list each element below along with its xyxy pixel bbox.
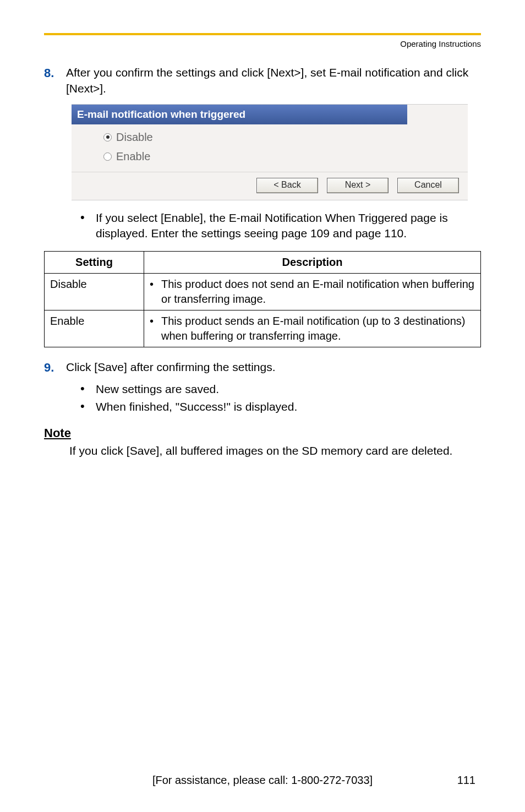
radio-unchecked-icon: [103, 152, 112, 161]
table-row: Disable • This product does not send an …: [45, 274, 481, 310]
radio-checked-icon: [103, 133, 112, 141]
footer-assist: [For assistance, please call: 1-800-272-…: [152, 774, 373, 786]
table-cell-description: • This product does not send an E-mail n…: [144, 274, 481, 310]
step-8-note-item: If you select [Enable], the E-mail Notif…: [77, 210, 481, 242]
step-9-number: 9.: [44, 359, 66, 376]
settings-table: Setting Description Disable • This produ…: [44, 251, 481, 347]
next-button[interactable]: Next >: [327, 178, 389, 193]
table-row: Enable • This product sends an E-mail no…: [45, 310, 481, 347]
step-8-text: After you confirm the settings and click…: [66, 65, 481, 96]
step-9: 9. Click [Save] after confirming the set…: [44, 359, 481, 376]
table-cell-desc-text: This product sends an E-mail notificatio…: [161, 314, 475, 344]
table-header-description: Description: [144, 252, 481, 274]
bullet-icon: •: [150, 277, 154, 307]
back-button[interactable]: < Back: [256, 178, 318, 193]
page-header: Operating Instructions: [44, 33, 481, 50]
table-cell-setting: Disable: [45, 274, 144, 310]
cancel-button[interactable]: Cancel: [397, 178, 459, 193]
step-9-sub-item: New settings are saved.: [77, 382, 481, 397]
step-9-sublist: New settings are saved. When finished, "…: [77, 382, 481, 415]
radio-option-disable[interactable]: Disable: [103, 128, 468, 147]
step-9-text: Click [Save] after confirming the settin…: [66, 359, 481, 375]
footer-page-number: 111: [457, 773, 475, 788]
page-footer: [For assistance, please call: 1-800-272-…: [0, 773, 525, 788]
note-body: If you click [Save], all buffered images…: [69, 443, 481, 459]
table-cell-desc-text: This product does not send an E-mail not…: [161, 277, 475, 307]
email-notification-panel-figure: E-mail notification when triggered Disab…: [72, 104, 481, 200]
step-9-sub-item: When finished, "Success!" is displayed.: [77, 399, 481, 415]
bullet-icon: •: [150, 314, 154, 344]
table-cell-setting: Enable: [45, 310, 144, 347]
running-title: Operating Instructions: [44, 39, 481, 50]
table-header-setting: Setting: [45, 252, 144, 274]
radio-enable-label: Enable: [116, 149, 150, 164]
panel-title: E-mail notification when triggered: [72, 105, 407, 124]
step-8-note-list: If you select [Enable], the E-mail Notif…: [77, 210, 481, 242]
step-8-number: 8.: [44, 65, 66, 81]
radio-disable-label: Disable: [116, 130, 153, 145]
note-heading: Note: [44, 425, 481, 442]
step-8: 8. After you confirm the settings and cl…: [44, 65, 481, 96]
radio-option-enable[interactable]: Enable: [103, 147, 468, 166]
table-cell-description: • This product sends an E-mail notificat…: [144, 310, 481, 347]
